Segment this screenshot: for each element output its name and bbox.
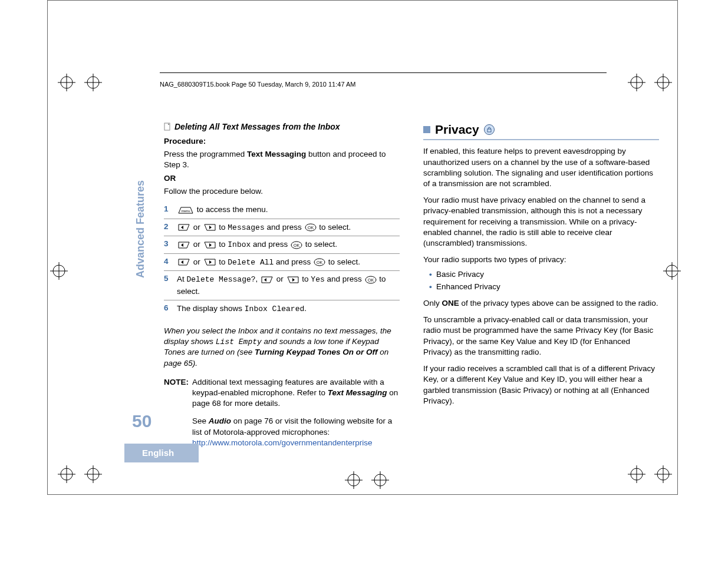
- section-title-text: Privacy: [435, 121, 479, 138]
- left-column: Deleting All Text Messages from the Inbo…: [164, 121, 400, 448]
- left-key-icon: [177, 256, 190, 268]
- procedure-label: Procedure:: [164, 136, 400, 147]
- section-rule: [423, 139, 659, 140]
- menu-key-icon: menu: [177, 204, 194, 216]
- step-6: 6 The display shows Inbox Cleared.: [164, 300, 400, 318]
- note-body: Additional text messaging features are a…: [192, 377, 400, 448]
- note-label: NOTE:: [164, 377, 189, 448]
- list-item: Enhanced Privacy: [429, 282, 659, 292]
- ok-key-icon: OK: [291, 239, 302, 250]
- header-rule: [160, 72, 607, 73]
- svg-text:OK: OK: [294, 243, 299, 247]
- section-tab: Advanced Features: [133, 180, 147, 278]
- content: Deleting All Text Messages from the Inbo…: [164, 121, 659, 448]
- ok-key-icon: OK: [314, 256, 325, 268]
- p3: Your radio supports two types of privacy…: [423, 254, 659, 265]
- page-number: 50: [132, 409, 151, 434]
- language-tab: English: [124, 444, 199, 462]
- intro-a: Press the programmed Text Messaging butt…: [164, 149, 400, 170]
- right-key-icon: [286, 274, 299, 286]
- subsection-heading: Deleting All Text Messages from the Inbo…: [164, 121, 400, 133]
- right-column: Privacy If enabled, this feature helps t…: [423, 121, 659, 448]
- step-4: 4 or to Delete All and press OK to selec…: [164, 254, 400, 272]
- privacy-icon: [484, 124, 495, 135]
- p4: Only ONE of the privacy types above can …: [423, 298, 659, 309]
- step-1: 1 menu to access the menu.: [164, 201, 400, 219]
- step-5: 5 At Delete Message?, or to Yes and pres…: [164, 271, 400, 300]
- italic-note: When you select the Inbox and it contain…: [164, 326, 400, 369]
- list-item: Basic Privacy: [429, 269, 659, 280]
- svg-rect-46: [487, 129, 491, 132]
- subsection-title: Deleting All Text Messages from the Inbo…: [174, 121, 340, 133]
- section-title: Privacy: [423, 121, 659, 138]
- step-3: 3 or to Inbox and press OK to select.: [164, 236, 400, 254]
- svg-text:OK: OK: [367, 278, 373, 282]
- ok-key-icon: OK: [365, 274, 377, 286]
- left-key-icon: [177, 222, 190, 233]
- note-block: NOTE: Additional text messaging features…: [164, 377, 400, 448]
- right-key-icon: [203, 256, 216, 268]
- page-frame: NAG_6880309T15.book Page 50 Tuesday, Mar…: [47, 0, 678, 495]
- svg-text:OK: OK: [307, 226, 313, 230]
- right-key-icon: [203, 222, 216, 233]
- step-2: 2 or to Messages and press OK to select.: [164, 219, 400, 237]
- p1: If enabled, this feature helps to preven…: [423, 146, 659, 189]
- intro-b: Follow the procedure below.: [164, 186, 400, 197]
- privacy-types-list: Basic Privacy Enhanced Privacy: [429, 269, 659, 292]
- p5: To unscramble a privacy-enabled call or …: [423, 315, 659, 358]
- square-bullet-icon: [423, 126, 430, 133]
- ok-key-icon: OK: [305, 222, 317, 233]
- p6: If your radio receives a scrambled call …: [423, 363, 659, 406]
- p2: Your radio must have privacy enabled on …: [423, 195, 659, 249]
- or-label: OR: [164, 173, 400, 184]
- left-key-icon: [261, 274, 274, 286]
- page-icon: [164, 123, 171, 131]
- header-text: NAG_6880309T15.book Page 50 Tuesday, Mar…: [160, 80, 355, 89]
- right-key-icon: [203, 239, 216, 250]
- svg-text:OK: OK: [317, 260, 322, 265]
- microphones-link[interactable]: http://www.motorola.com/governmentandent…: [192, 438, 400, 448]
- left-key-icon: [177, 239, 190, 250]
- steps-list: 1 menu to access the menu. 2 or to Messa…: [164, 201, 400, 318]
- svg-text:menu: menu: [181, 209, 190, 213]
